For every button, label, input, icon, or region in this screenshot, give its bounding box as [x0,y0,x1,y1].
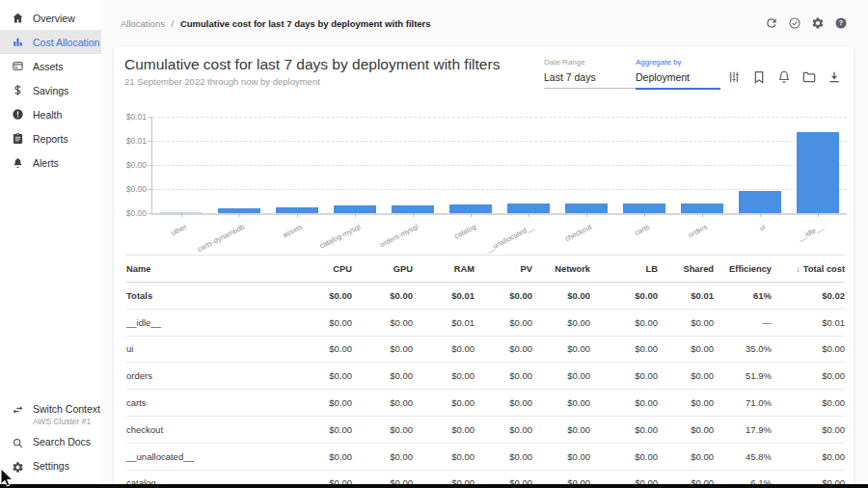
table-header-row: NameCPUGPURAMPVNetworkLBSharedEfficiency… [126,256,845,283]
row-value-cell: 71.0% [714,390,772,417]
sidebar-item-text: Search Docs [33,436,91,447]
bar-idle[interactable] [797,132,839,213]
help-icon[interactable]: ? [834,16,848,30]
gear-icon[interactable] [811,16,825,30]
breadcrumb-section[interactable]: Allocations [121,18,165,29]
sidebar-item-switch-context[interactable]: Switch ContextAWS Cluster #1 [0,403,101,426]
row-value-cell: $0.00 [475,336,532,363]
row-value-cell: $0.00 [475,443,532,470]
column-header-name[interactable]: Name [126,256,291,283]
row-value-cell: $0.00 [532,390,590,417]
reports-icon [12,132,24,145]
sidebar-item-savings[interactable]: Savings [0,78,101,102]
sidebar-item-cost-allocation[interactable]: Cost Allocation [0,30,101,54]
date-range-field[interactable]: Date Range Last 7 days [544,58,637,89]
chart-gridline [152,141,847,142]
row-value-cell: $0.00 [352,363,413,390]
row-value-cell: $0.00 [532,443,590,470]
sidebar-item-overview[interactable]: Overview [0,6,101,30]
tune-filters-icon[interactable] [726,69,742,85]
column-header-shared[interactable]: Shared [658,256,714,283]
table-row-orders[interactable]: orders$0.00$0.00$0.00$0.00$0.00$0.00$0.0… [126,363,845,390]
column-header-pv[interactable]: PV [475,256,532,283]
row-value-cell: $0.00 [291,416,352,443]
table-row-ui[interactable]: ui$0.00$0.00$0.00$0.00$0.00$0.00$0.0035.… [126,336,845,363]
sidebar-item-alerts[interactable]: Alerts [0,150,101,175]
column-header-lb[interactable]: LB [590,256,658,283]
table-row-checkout[interactable]: checkout$0.00$0.00$0.00$0.00$0.00$0.00$0… [126,416,845,443]
row-name-cell: ui [126,336,291,363]
table-row-carts[interactable]: carts$0.00$0.00$0.00$0.00$0.00$0.00$0.00… [126,390,845,417]
row-value-cell: $0.01 [413,283,475,310]
search-icon [12,437,24,449]
bar-orders-mysql[interactable] [392,205,434,213]
date-range-value[interactable]: Last 7 days [544,71,637,83]
table-row--idle-[interactable]: __idle__$0.00$0.00$0.01$0.00$0.00$0.00$0… [126,309,845,336]
column-header-total-cost[interactable]: ↓Total cost [772,256,845,283]
column-header-efficiency[interactable]: Efficiency [714,256,772,283]
aggregate-by-field[interactable]: Aggregate by Deployment [636,58,720,90]
column-header-network[interactable]: Network [532,256,590,283]
column-header-ram[interactable]: RAM [413,256,475,283]
check-circle-icon[interactable] [788,16,801,30]
row-value-cell: — [714,309,772,336]
y-axis-tick [148,141,151,142]
column-header-label: RAM [454,264,475,274]
x-axis-tick [471,213,472,217]
svg-text:?: ? [839,19,843,26]
column-header-cpu[interactable]: CPU [291,256,352,283]
sidebar-item-health[interactable]: Health [0,102,101,126]
folder-icon[interactable] [801,69,817,85]
bar-unallocated[interactable] [507,203,550,213]
column-header-gpu[interactable]: GPU [352,256,413,283]
sidebar-item-settings[interactable]: Settings [0,460,101,474]
bar-carts[interactable] [623,203,665,213]
row-value-cell: $0.00 [291,336,352,363]
row-value-cell: $0.01 [658,283,714,310]
cluster-context-label: AWS Cluster #1 [33,417,100,426]
row-value-cell: $0.00 [352,309,413,336]
row-value-cell: $0.00 [658,336,714,363]
y-axis-tick-label: $0.00 [114,184,147,194]
row-value-cell: $0.00 [291,390,352,417]
aggregate-by-value[interactable]: Deployment [636,71,720,83]
column-header-label: Name [126,264,150,274]
row-value-cell: $0.00 [291,309,352,336]
column-header-label: PV [521,264,532,274]
y-axis-tick [148,117,151,118]
sidebar-item-label: Overview [33,13,75,24]
row-value-cell: $0.00 [590,336,658,363]
column-header-label: GPU [393,264,413,274]
row-value-cell: $0.00 [590,283,658,310]
row-value-cell: 35.0% [714,336,772,363]
refresh-icon[interactable] [765,16,778,30]
bell-icon[interactable] [776,69,792,85]
table-row--unallocated-[interactable]: __unallocated__$0.00$0.00$0.00$0.00$0.00… [126,443,845,470]
x-axis-tick [760,213,761,217]
bookmark-icon[interactable] [751,69,767,85]
bar-catalog[interactable] [449,204,492,213]
row-value-cell: 45.8% [714,443,772,470]
x-axis-tick [413,213,414,217]
bar-ui[interactable] [739,191,781,213]
assets-icon [12,60,24,72]
sidebar-item-text: Switch ContextAWS Cluster #1 [33,403,100,426]
download-icon[interactable] [827,69,842,85]
bar-catalog-mysql[interactable] [334,205,376,213]
breadcrumb-page: Cumulative cost for last 7 days by deplo… [180,18,431,29]
sidebar-item-reports[interactable]: Reports [0,126,101,150]
row-value-cell: 51.9% [714,363,772,390]
sidebar-item-label: Health [33,109,62,121]
swap-icon [12,404,24,417]
sidebar-item-assets[interactable]: Assets [0,54,101,78]
row-value-cell: $0.00 [532,416,590,443]
x-axis-tick [181,213,182,217]
bar-orders[interactable] [681,203,723,213]
table-row-totals[interactable]: Totals$0.00$0.00$0.01$0.00$0.00$0.00$0.0… [126,283,845,310]
x-axis-tick [529,213,529,217]
row-value-cell: $0.00 [475,363,532,390]
row-value-cell: $0.00 [291,363,352,390]
page-subtitle: 21 September 2022 through now by deploym… [124,76,320,87]
bar-checkout[interactable] [565,203,608,213]
sidebar-item-search-docs[interactable]: Search Docs [0,436,101,449]
